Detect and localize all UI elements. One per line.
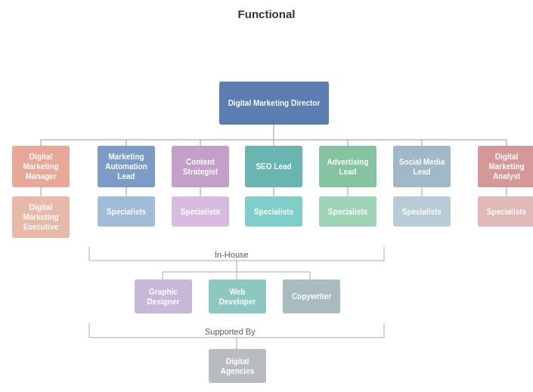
specialists-seo-box: Specialists xyxy=(245,196,302,227)
seo-lead-box: SEO Lead xyxy=(245,146,302,187)
social-media-box: Social Media Lead xyxy=(393,146,451,187)
specialists-cs-box: Specialists xyxy=(172,196,229,227)
inhouse-label: In-House xyxy=(212,250,252,259)
specialists-ma-box: Specialists xyxy=(98,196,155,227)
advertising-lead-box: Advertising Lead xyxy=(319,146,377,187)
web-developer-box: Web Developer xyxy=(209,279,266,313)
content-strategist-box: Content Strategist xyxy=(172,146,229,187)
specialists-dma-box: Specialists xyxy=(478,196,533,227)
digital-agencies-box: Digital Agencies xyxy=(209,349,266,383)
specialists-adv-box: Specialists xyxy=(319,196,377,227)
dm-analyst-box: Digital Marketing Analyst xyxy=(478,146,533,187)
page: Functional xyxy=(0,0,533,392)
marketing-auto-box: Marketing Automation Lead xyxy=(98,146,155,187)
director-box: Digital Marketing Director xyxy=(219,82,329,125)
graphic-designer-box: Graphic Designer xyxy=(135,279,192,313)
org-chart: Digital Marketing Director Digital Marke… xyxy=(8,26,525,392)
page-title: Functional xyxy=(8,8,525,20)
specialists-sm-box: Specialists xyxy=(393,196,451,227)
supported-label: Supported By xyxy=(202,327,259,336)
copywriter-box: Copywriter xyxy=(283,279,340,313)
dm-manager-box: Digital Marketing Manager xyxy=(12,146,70,187)
dm-executive-box: Digital Marketing Executive xyxy=(12,196,70,238)
